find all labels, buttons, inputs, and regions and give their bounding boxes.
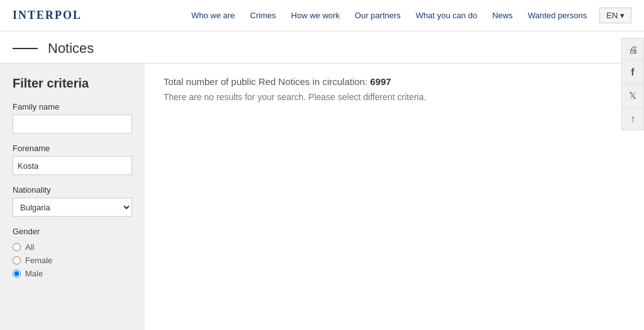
gender-female-label: Female <box>25 256 52 265</box>
forename-input[interactable] <box>13 156 132 175</box>
nav-item-how-we-work[interactable]: How we work <box>291 11 340 20</box>
gender-group: Gender All Female Male <box>13 227 132 278</box>
sidebar: Filter criteria Family name Forename Nat… <box>0 64 145 330</box>
print-button[interactable]: 🖨 <box>621 38 644 60</box>
language-selector[interactable]: EN ▾ <box>599 8 631 23</box>
nationality-label: Nationality <box>13 185 132 195</box>
nav-item-news[interactable]: News <box>492 11 513 20</box>
family-name-label: Family name <box>13 102 132 111</box>
logo: INTERPOL <box>13 9 82 22</box>
gender-female-item[interactable]: Female <box>13 256 132 265</box>
total-count-label: Total number of public Red Notices in ci… <box>164 76 367 87</box>
nav-item-our-partners[interactable]: Our partners <box>355 11 401 20</box>
gender-all-item[interactable]: All <box>13 242 132 252</box>
twitter-button[interactable]: 𝕏 <box>621 84 644 107</box>
gender-all-label: All <box>25 242 34 252</box>
facebook-button[interactable]: f <box>621 61 644 84</box>
family-name-group: Family name <box>13 102 132 134</box>
page-title: Notices <box>48 40 94 57</box>
nationality-group: Nationality -- Select --AfghanistanAlban… <box>13 185 132 217</box>
gender-male-label: Male <box>25 269 43 278</box>
content-area: Total number of public Red Notices in ci… <box>145 64 644 330</box>
gender-label: Gender <box>13 227 132 236</box>
gender-all-radio[interactable] <box>13 243 21 251</box>
title-decoration <box>13 48 38 49</box>
page-title-bar: Notices <box>0 31 644 64</box>
gender-male-item[interactable]: Male <box>13 269 132 278</box>
share-button[interactable]: ↑ <box>621 108 644 130</box>
nav-item-crimes[interactable]: Crimes <box>250 11 276 20</box>
nationality-select[interactable]: -- Select --AfghanistanAlbaniaAlgeriaBul… <box>13 198 132 217</box>
total-count-text: Total number of public Red Notices in ci… <box>164 76 625 87</box>
side-icons: 🖨 f 𝕏 ↑ <box>621 38 644 130</box>
gender-female-radio[interactable] <box>13 256 21 265</box>
total-count-number: 6997 <box>370 76 391 87</box>
nav-item-what-you-can-do[interactable]: What you can do <box>416 11 477 20</box>
nav-item-wanted-persons[interactable]: Wanted persons <box>528 11 587 20</box>
header: INTERPOL Who we areCrimesHow we workOur … <box>0 0 644 31</box>
gender-male-radio[interactable] <box>13 270 21 278</box>
forename-label: Forename <box>13 144 132 153</box>
nav-item-who-we-are[interactable]: Who we are <box>191 11 235 20</box>
main-layout: Filter criteria Family name Forename Nat… <box>0 64 644 330</box>
family-name-input[interactable] <box>13 115 132 134</box>
forename-group: Forename <box>13 144 132 175</box>
main-nav: Who we areCrimesHow we workOur partnersW… <box>191 11 587 20</box>
gender-radio-group: All Female Male <box>13 242 132 278</box>
no-results-message: There are no results for your search. Pl… <box>164 92 625 102</box>
filter-title: Filter criteria <box>13 76 132 91</box>
